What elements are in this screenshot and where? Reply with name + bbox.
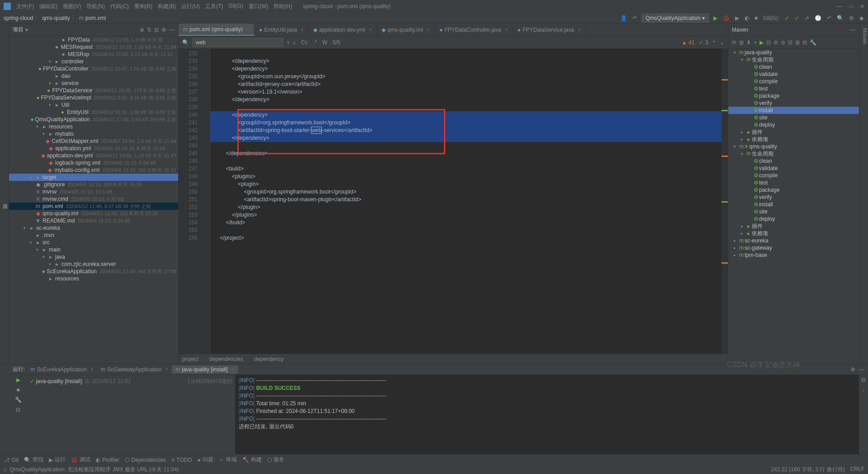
back-icon[interactable]: ↶ xyxy=(632,14,638,22)
bottom-tab[interactable]: ●问题 xyxy=(198,456,213,464)
maven-item[interactable]: ▾⟳生命周期 xyxy=(728,56,859,63)
tree-item[interactable]: ●EntityUtil2024/6/12 10:32, 3.98 kB 38 分… xyxy=(9,109,178,116)
maven-item[interactable]: ⚙deploy xyxy=(728,121,859,128)
rollback-icon[interactable]: ↶ xyxy=(826,14,832,22)
run-hide-icon[interactable]: — xyxy=(859,366,864,373)
add-icon[interactable]: + xyxy=(754,39,757,46)
update-icon[interactable]: ✓ xyxy=(784,14,790,22)
prev-match-icon[interactable]: ↑ xyxy=(287,39,289,46)
tree-item[interactable]: ▾▸controller xyxy=(9,58,178,65)
code-editor[interactable]: 2322332342352362372382392402412422432442… xyxy=(179,49,728,354)
tree-item[interactable]: ▸▸target xyxy=(9,174,178,181)
maven-item[interactable]: ▾⟳生命周期 xyxy=(728,150,859,157)
options-icon[interactable]: ⚙ xyxy=(161,27,166,33)
history-icon[interactable]: 🕐 xyxy=(814,14,822,22)
find-input[interactable] xyxy=(193,38,283,47)
collapse-maven-icon[interactable]: ⊟ xyxy=(802,39,807,46)
structure-crumb[interactable]: dependency xyxy=(254,356,283,362)
tree-item[interactable]: ◆.gitignore2024/6/5 16:18, 428 B 昨天 15:2… xyxy=(9,181,178,188)
reload-icon[interactable]: ⟳ xyxy=(732,39,736,46)
cursor-position[interactable]: 242:22 (160 字符, 3 行 换行符) xyxy=(771,466,844,474)
menu-item[interactable]: 运行(U) xyxy=(179,2,202,11)
tree-item[interactable]: ◆application.yml2024/6/5 16:18, 91 B 昨天 … xyxy=(9,145,178,152)
tree-item[interactable]: ▾▸src xyxy=(9,239,178,246)
structure-crumb[interactable]: dependencies xyxy=(209,356,243,362)
find-option[interactable]: .* xyxy=(311,39,319,46)
maven-item[interactable]: ⚙validate xyxy=(728,165,859,172)
search-icon[interactable]: 🔍 xyxy=(836,14,844,22)
tree-item[interactable]: ▾▸com.zjtc.eureka.server xyxy=(9,261,178,268)
menu-item[interactable]: 帮助(H) xyxy=(272,2,294,11)
console-output[interactable]: [INFO] ---------------------------------… xyxy=(235,375,859,454)
user-icon[interactable]: 👤 xyxy=(619,14,628,22)
menu-item[interactable]: Git(G) xyxy=(226,2,245,11)
skip-icon[interactable]: ⊘ xyxy=(781,39,785,46)
tree-item[interactable]: ▾▸Util xyxy=(9,101,178,109)
minimap[interactable] xyxy=(722,49,728,354)
project-tree[interactable]: ●FPYData2024/6/12 11:03, 1.6 kB 今天 前●MES… xyxy=(9,36,178,364)
tree-item[interactable]: ◆qms-quality.iml2024/6/11 11:43, 202 B 昨… xyxy=(9,210,178,217)
tree-item[interactable]: ◆logback-spring.xml2024/6/5 16:18, 6.54 … xyxy=(9,159,178,166)
ok-count[interactable]: ✓ 3 xyxy=(699,39,708,46)
menu-item[interactable]: 文件(F) xyxy=(14,2,36,11)
rerun-icon[interactable]: ▶ xyxy=(16,377,20,383)
maven-tool[interactable]: Maven xyxy=(862,28,868,364)
tree-item[interactable]: ▸.mvn xyxy=(9,232,178,239)
run-config-dropdown[interactable]: QmsQualityApplication ▾ xyxy=(642,14,709,23)
bottom-tab[interactable]: ⬡Dependencies xyxy=(125,457,166,463)
maven-tree[interactable]: ▾mjava-quality▾⟳生命周期⚙clean⚙validate⚙comp… xyxy=(728,49,859,364)
maven-item[interactable]: ⚙compile xyxy=(728,172,859,179)
bottom-tab[interactable]: 🐞调试 xyxy=(71,456,90,464)
up-icon[interactable]: ^ xyxy=(712,39,715,46)
maven-item[interactable]: ⚙clean xyxy=(728,157,859,165)
structure-breadcrumb[interactable]: project〉dependencies〉dependency xyxy=(179,354,728,364)
maven-item[interactable]: ⚙compile xyxy=(728,78,859,85)
tree-item[interactable]: ◆CellDictMapper.xml2024/6/7 15:54, 1.6 k… xyxy=(9,137,178,145)
collapse-icon[interactable]: ⊟ xyxy=(154,27,159,33)
minimize-icon[interactable]: — xyxy=(837,3,842,9)
hide-icon[interactable]: — xyxy=(169,27,175,33)
run-tab[interactable]: mScEurekaApplication× xyxy=(27,365,97,374)
push-icon[interactable]: ↗ xyxy=(804,14,810,22)
editor-tab[interactable]: ●FPYDataService.java× xyxy=(513,24,586,36)
maven-item[interactable]: ⚙package xyxy=(728,92,859,100)
tree-item[interactable]: ▾▸java xyxy=(9,253,178,261)
bottom-tab[interactable]: ＞终端 xyxy=(219,456,237,464)
down-icon[interactable]: ⌄ xyxy=(720,39,724,46)
maven-item[interactable]: ▾mjava-quality xyxy=(728,49,859,56)
tree-item[interactable]: ●FPYDataService2024/6/11 18:25, 173 B 36… xyxy=(9,87,178,94)
editor-tab[interactable]: mpom.xml (qms-quality)× xyxy=(179,24,255,36)
bottom-tab[interactable]: ⎇Git xyxy=(4,457,19,463)
maven-item[interactable]: ⚙test xyxy=(728,179,859,186)
maven-item[interactable]: ⚙verify xyxy=(728,194,859,201)
offline-icon[interactable]: ⊟ xyxy=(788,39,793,46)
expand-icon[interactable]: ⇅ xyxy=(147,27,151,33)
filter-icon[interactable]: ⊟ xyxy=(16,407,20,413)
download-icon[interactable]: ⬇ xyxy=(746,39,751,46)
maven-item[interactable]: ⚙clean xyxy=(728,63,859,71)
maven-item[interactable]: ▸mtpm-base xyxy=(728,251,859,259)
run-settings-icon[interactable]: ⚙ xyxy=(850,366,855,373)
maven-item[interactable]: ▸▸插件 xyxy=(728,128,859,136)
soft-wrap-icon[interactable]: ⊟ xyxy=(861,377,866,383)
breadcrumb-module[interactable]: qms-quality xyxy=(42,15,70,21)
maven-item[interactable]: ⚙validate xyxy=(728,71,859,78)
generate-icon[interactable]: ⊞ xyxy=(739,39,744,46)
tree-item[interactable]: ▼README.md2024/6/5 16:18, 6.29 kB xyxy=(9,217,178,224)
bottom-tab[interactable]: ◐Profiler xyxy=(96,457,119,463)
debug-icon[interactable]: 🐞 xyxy=(722,14,731,22)
menu-item[interactable]: 重构(R) xyxy=(132,2,155,11)
maven-item[interactable]: ▸▸依赖项 xyxy=(728,136,859,143)
close-icon[interactable]: ✕ xyxy=(860,3,864,9)
maven-item[interactable]: ⚙verify xyxy=(728,100,859,107)
tree-item[interactable]: ▾▸main xyxy=(9,246,178,253)
run-tab[interactable]: mScGatewayApplication× xyxy=(97,365,172,374)
tree-item[interactable]: ●ScEurekaApplication2024/5/21 11:08, 441… xyxy=(9,268,178,275)
run-icon[interactable]: ▶ xyxy=(712,14,718,22)
tree-item[interactable]: ●MESRequest2024/6/11 16:26, 1.08 kB 今天 1… xyxy=(9,43,178,51)
menu-item[interactable]: 窗口(W) xyxy=(247,2,270,11)
settings-maven-icon[interactable]: 🔧 xyxy=(810,39,816,46)
find-option[interactable]: Cc xyxy=(299,39,310,46)
run-maven-icon[interactable]: ▶ xyxy=(760,39,764,46)
locate-icon[interactable]: ⊕ xyxy=(140,27,144,33)
